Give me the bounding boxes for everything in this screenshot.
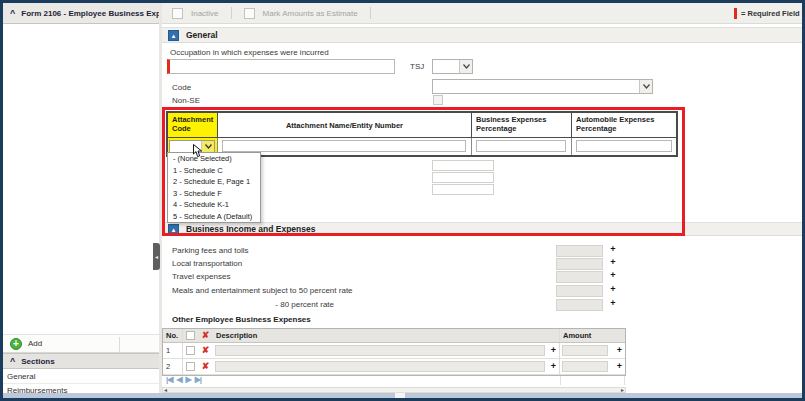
- pager-last-button[interactable]: ▶|: [195, 375, 201, 384]
- mark-estimate-label: Mark Amounts as Estimate: [263, 9, 358, 18]
- amount-input[interactable]: [562, 361, 608, 372]
- travel-expenses-input[interactable]: [556, 271, 603, 283]
- local-transportation-input[interactable]: [556, 258, 603, 270]
- description-input[interactable]: [215, 345, 545, 356]
- required-legend-text: = Required Field: [741, 9, 800, 18]
- chevron-down-icon[interactable]: [639, 80, 652, 93]
- inactive-label: Inactive: [191, 9, 219, 18]
- divider: [119, 337, 120, 352]
- mark-estimate-checkbox[interactable]: [244, 8, 255, 19]
- expand-plus-icon[interactable]: +: [551, 361, 556, 371]
- expand-plus-icon[interactable]: +: [617, 361, 622, 371]
- dropdown-option-schedule-e[interactable]: 2 - Schedule E, Page 1: [168, 176, 260, 188]
- sections-label: Sections: [21, 357, 54, 366]
- row-checkbox[interactable]: [183, 343, 198, 358]
- col-auto-pct: Automobile Expenses Percentage: [572, 113, 676, 137]
- col-attachment-name: Attachment Name/Entity Number: [218, 113, 472, 137]
- add-plus-icon: +: [10, 338, 22, 350]
- expand-plus-icon[interactable]: +: [608, 257, 618, 267]
- meals-80-input[interactable]: [556, 299, 603, 311]
- pager-next-button[interactable]: ▶: [186, 375, 191, 384]
- hidden-field-input[interactable]: [432, 184, 494, 195]
- sidebar-form-header[interactable]: ^ Form 2106 - Employee Business Expe: [3, 3, 159, 24]
- hidden-field-input[interactable]: [432, 172, 494, 183]
- expand-plus-icon[interactable]: +: [608, 298, 618, 308]
- dropdown-option-none[interactable]: - (None Selected): [168, 153, 260, 165]
- col-description: Description: [213, 329, 559, 342]
- business-section-header[interactable]: ▴ Business Income and Expenses: [162, 222, 802, 236]
- tsj-label: TSJ: [410, 62, 424, 71]
- meals-80-label: - 80 percent rate: [172, 300, 334, 309]
- required-field-legend: = Required Field: [734, 7, 802, 20]
- collapse-section-icon[interactable]: ▴: [168, 224, 179, 235]
- pager-prev-button[interactable]: ◀: [176, 375, 181, 384]
- window-bottom-strip: [3, 393, 802, 398]
- delete-row-button[interactable]: ✘: [198, 359, 213, 374]
- collapse-section-icon[interactable]: ▴: [168, 30, 179, 41]
- tsj-select[interactable]: [432, 59, 473, 74]
- delete-row-button[interactable]: ✘: [198, 343, 213, 358]
- tsj-select-value: [433, 60, 459, 73]
- delete-all-button[interactable]: ✘: [198, 329, 213, 342]
- col-business-pct: Business Expenses Percentage: [472, 113, 572, 137]
- col-attachment-code: Attachment Code: [168, 113, 218, 137]
- general-section-header[interactable]: ▴ General: [162, 27, 802, 43]
- expand-plus-icon[interactable]: +: [617, 345, 622, 355]
- select-all-checkbox[interactable]: [183, 329, 198, 342]
- attachment-table-header: Attachment Code Attachment Name/Entity N…: [168, 113, 676, 138]
- add-button[interactable]: + Add: [3, 334, 159, 353]
- dropdown-option-schedule-k1[interactable]: 4 - Schedule K-1: [168, 199, 260, 211]
- add-label: Add: [28, 339, 42, 348]
- inactive-checkbox[interactable]: [172, 8, 183, 19]
- parking-fees-label: Parking fees and tolls: [172, 246, 249, 255]
- expand-plus-icon[interactable]: +: [608, 244, 618, 254]
- row-checkbox[interactable]: [183, 359, 198, 374]
- divider: [370, 7, 371, 19]
- business-pct-input[interactable]: [476, 140, 566, 152]
- scroll-right-icon[interactable]: ▸: [621, 388, 624, 392]
- occupation-input[interactable]: [167, 59, 395, 74]
- scroll-left-icon[interactable]: ◂: [164, 388, 167, 392]
- required-marker-icon: [734, 8, 737, 19]
- resize-notch: [395, 393, 405, 398]
- non-se-label: Non-SE: [172, 96, 200, 105]
- pager-first-button[interactable]: |◀: [166, 375, 172, 384]
- code-label: Code: [172, 83, 191, 92]
- dropdown-option-schedule-c[interactable]: 1 - Schedule C: [168, 165, 260, 177]
- auto-pct-cell: [572, 138, 676, 155]
- general-section-label: General: [186, 30, 218, 40]
- collapse-caret-icon: ^: [10, 357, 15, 365]
- description-input[interactable]: [215, 361, 545, 372]
- business-section-label: Business Income and Expenses: [186, 224, 315, 234]
- dropdown-option-schedule-f[interactable]: 3 - Schedule F: [168, 188, 260, 200]
- amount-input[interactable]: [562, 345, 608, 356]
- collapse-left-icon: ◂: [155, 253, 158, 260]
- col-no: No.: [163, 329, 183, 342]
- checkbox-icon: [186, 346, 195, 355]
- hidden-field-input[interactable]: [432, 160, 494, 171]
- expand-plus-icon[interactable]: +: [551, 345, 556, 355]
- chevron-down-icon[interactable]: [459, 60, 472, 73]
- row-number: 2: [166, 362, 170, 371]
- other-expense-row-2: 2 ✘ + +: [163, 359, 625, 375]
- dropdown-option-schedule-a[interactable]: 5 - Schedule A (Default): [168, 211, 260, 223]
- table-pager: |◀ ◀ ▶ ▶|: [166, 375, 201, 384]
- panel-splitter-handle[interactable]: ◂: [153, 243, 160, 270]
- auto-pct-input[interactable]: [576, 140, 672, 152]
- code-select[interactable]: [432, 79, 653, 94]
- form-title: Form 2106 - Employee Business Expe: [21, 9, 159, 18]
- mouse-cursor-icon: [192, 144, 203, 162]
- delete-x-icon: ✘: [202, 346, 210, 355]
- non-se-checkbox[interactable]: [433, 95, 443, 105]
- attachment-name-input[interactable]: [222, 140, 466, 152]
- parking-fees-input[interactable]: [556, 245, 603, 257]
- expand-plus-icon[interactable]: +: [608, 284, 618, 294]
- delete-x-icon: ✘: [202, 362, 210, 371]
- expand-plus-icon[interactable]: +: [608, 270, 618, 280]
- attachment-table: Attachment Code Attachment Name/Entity N…: [166, 111, 678, 157]
- sidebar-item-general[interactable]: General: [3, 370, 159, 384]
- other-expenses-table: No. ✘ Description Amount 1 ✘ + +: [162, 328, 626, 376]
- meals-50-label: Meals and entertainment subject to 50 pe…: [172, 286, 353, 295]
- meals-50-input[interactable]: [556, 285, 603, 297]
- sections-header[interactable]: ^ Sections: [3, 353, 159, 369]
